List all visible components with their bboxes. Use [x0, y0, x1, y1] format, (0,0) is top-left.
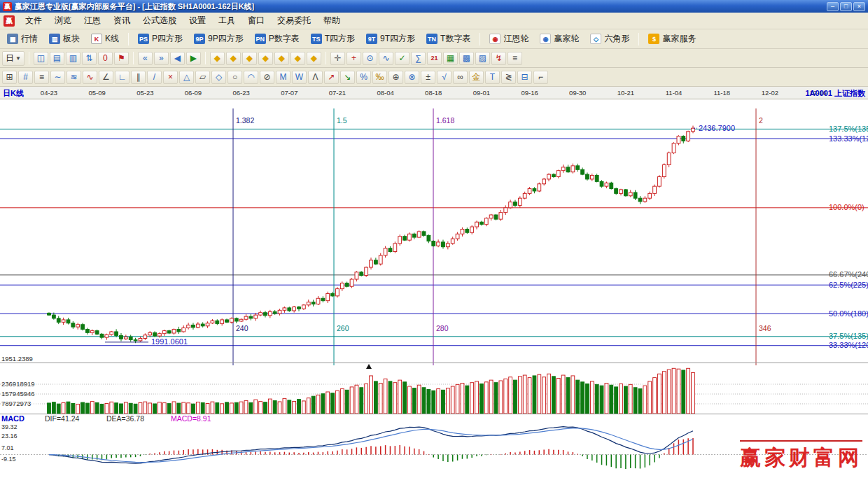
sectors-button[interactable]: ▥板块: [44, 31, 85, 47]
zero-reset-icon[interactable]: 0: [98, 52, 113, 65]
pan-hand-icon[interactable]: ✛: [330, 52, 345, 65]
report-view-icon[interactable]: ▥: [66, 52, 80, 65]
parallelogram-tool-icon[interactable]: ▱: [195, 71, 210, 84]
arc-tool-icon[interactable]: ◠: [244, 71, 258, 84]
close-button[interactable]: ×: [853, 2, 865, 11]
quote-list-icon[interactable]: ▤: [50, 52, 64, 65]
draw-wave-icon[interactable]: ∿: [83, 71, 97, 84]
time-space-icon[interactable]: ⊗: [405, 71, 419, 84]
minimize-button[interactable]: –: [827, 2, 839, 11]
app-menu-icon[interactable]: 赢: [4, 15, 15, 27]
draw-trend-curve-icon[interactable]: ∼: [50, 71, 65, 84]
menu-item-7[interactable]: 窗口: [241, 12, 271, 29]
gann-wheel-button[interactable]: ◉江恩轮: [484, 31, 533, 47]
menu-item-1[interactable]: 浏览: [48, 12, 78, 29]
gann-angle-icon[interactable]: ∠: [99, 71, 113, 84]
plus-minus-icon[interactable]: ±: [421, 71, 435, 84]
crosshair-icon[interactable]: +: [346, 52, 361, 65]
sort-updown-icon[interactable]: ⇅: [82, 52, 97, 65]
more-tools-icon[interactable]: ≡: [507, 52, 522, 65]
prev-bar-icon[interactable]: ◀: [170, 52, 185, 65]
hatch-panel-icon[interactable]: ▨: [475, 52, 490, 65]
winner-wheel-label: 赢家轮: [554, 33, 579, 45]
delete-line-icon[interactable]: ×: [163, 71, 178, 84]
period-day-selector[interactable]: 日▼: [2, 51, 24, 66]
draw-price-grid-icon[interactable]: #: [18, 71, 33, 84]
volume-bar: [590, 381, 594, 414]
peak-pattern-icon[interactable]: Λ: [308, 71, 323, 84]
next-bar-icon[interactable]: ▶: [186, 52, 201, 65]
rising-line-icon[interactable]: ↗: [324, 71, 339, 84]
diagonal-line-icon[interactable]: /: [147, 71, 162, 84]
menu-item-8[interactable]: 交易委托: [271, 12, 317, 29]
winner-service-button[interactable]: $赢家服务: [643, 31, 701, 47]
gann-tool-2-icon[interactable]: ◆: [226, 52, 241, 65]
macd-axis-label: 23.16: [1, 433, 18, 440]
maximize-button[interactable]: □: [840, 2, 852, 11]
market-quotes-button[interactable]: ▦行情: [2, 31, 43, 47]
region-flag-icon[interactable]: ⚑: [114, 52, 129, 65]
wave-icon[interactable]: ∿: [379, 52, 393, 65]
kline-button[interactable]: KK线: [86, 31, 124, 47]
zoom-icon[interactable]: ⊙: [363, 52, 377, 65]
menu-item-9[interactable]: 帮助: [317, 12, 346, 29]
last-page-icon[interactable]: »: [154, 52, 169, 65]
w-pattern-icon[interactable]: W: [292, 71, 307, 84]
gann-tool-1-icon[interactable]: ◆: [210, 52, 225, 65]
measure-icon[interactable]: ⌐: [533, 71, 548, 84]
candle-body: [211, 321, 214, 323]
cycle-tool-icon[interactable]: ∞: [453, 71, 468, 84]
hexagon-button[interactable]: ◇六角形: [585, 31, 634, 47]
window-layout-icon[interactable]: ◫: [34, 52, 48, 65]
menu-item-4[interactable]: 公式选股: [136, 12, 183, 29]
triangle-tool-icon[interactable]: △: [179, 71, 194, 84]
menu-item-5[interactable]: 设置: [183, 12, 212, 29]
winner-wheel-button[interactable]: ◉赢家轮: [535, 31, 584, 47]
menu-item-3[interactable]: 资讯: [107, 12, 136, 29]
m-pattern-icon[interactable]: M: [276, 71, 290, 84]
9t-square-button[interactable]: 9T9T四方形: [361, 31, 420, 47]
draw-hline-icon[interactable]: ≡: [34, 71, 49, 84]
slash-circle-icon[interactable]: ⊘: [260, 71, 274, 84]
kline-chart[interactable]: 日K线04-2305-0905-2306-0906-2307-0707-2108…: [0, 87, 868, 478]
time-cycle-icon[interactable]: T: [485, 71, 500, 84]
gann-tool-7-icon[interactable]: ◆: [307, 52, 321, 65]
stats-sum-icon[interactable]: ∑: [411, 52, 426, 65]
menu-item-2[interactable]: 江恩: [78, 12, 107, 29]
flash-icon[interactable]: ↯: [491, 52, 506, 65]
kline-icon: K: [91, 34, 102, 44]
gann-tool-4-icon[interactable]: ◆: [258, 52, 273, 65]
market-quotes-icon: ▦: [7, 34, 18, 44]
calendar-21-icon[interactable]: 21: [427, 52, 442, 65]
gann-tool-5-icon[interactable]: ◆: [274, 52, 289, 65]
sqrt-tool-icon[interactable]: √: [437, 71, 451, 84]
draw-grid-icon[interactable]: ⊞: [2, 71, 17, 84]
circle-tool-icon[interactable]: ○: [227, 71, 242, 84]
gann-tool-3-icon[interactable]: ◆: [242, 52, 257, 65]
draw-channel-icon[interactable]: ≋: [66, 71, 81, 84]
compare-icon[interactable]: ≷: [501, 71, 516, 84]
menu-item-0[interactable]: 文件: [19, 12, 48, 29]
remove-grid-icon[interactable]: ⊟: [517, 71, 532, 84]
rhombus-tool-icon[interactable]: ◇: [211, 71, 226, 84]
first-page-icon[interactable]: «: [138, 52, 153, 65]
golden-ratio-icon[interactable]: 金: [469, 71, 484, 84]
t-number-table-button[interactable]: TNT数字表: [421, 31, 475, 47]
p-number-table-button[interactable]: PNP数字表: [250, 31, 304, 47]
grid-panel-icon[interactable]: ▩: [459, 52, 474, 65]
check-icon[interactable]: ✓: [395, 52, 410, 65]
center-point-icon[interactable]: ⊕: [388, 71, 403, 84]
menu-item-6[interactable]: 工具: [212, 12, 241, 29]
gann-tool-6-icon[interactable]: ◆: [290, 52, 305, 65]
p-square-button[interactable]: PSP四方形: [133, 31, 188, 47]
golden-section-icon[interactable]: ‰: [372, 71, 387, 84]
percent-retrace-icon[interactable]: %: [356, 71, 371, 84]
candle-body: [129, 337, 132, 339]
right-angle-icon[interactable]: ∟: [115, 71, 130, 84]
t-square-button[interactable]: TST四方形: [306, 31, 360, 47]
candle-body: [658, 177, 662, 187]
chart-panel-icon[interactable]: ▦: [443, 52, 458, 65]
parallel-lines-icon[interactable]: ∥: [131, 71, 146, 84]
9p-square-button[interactable]: 9P9P四方形: [189, 31, 248, 47]
falling-line-icon[interactable]: ↘: [340, 71, 355, 84]
